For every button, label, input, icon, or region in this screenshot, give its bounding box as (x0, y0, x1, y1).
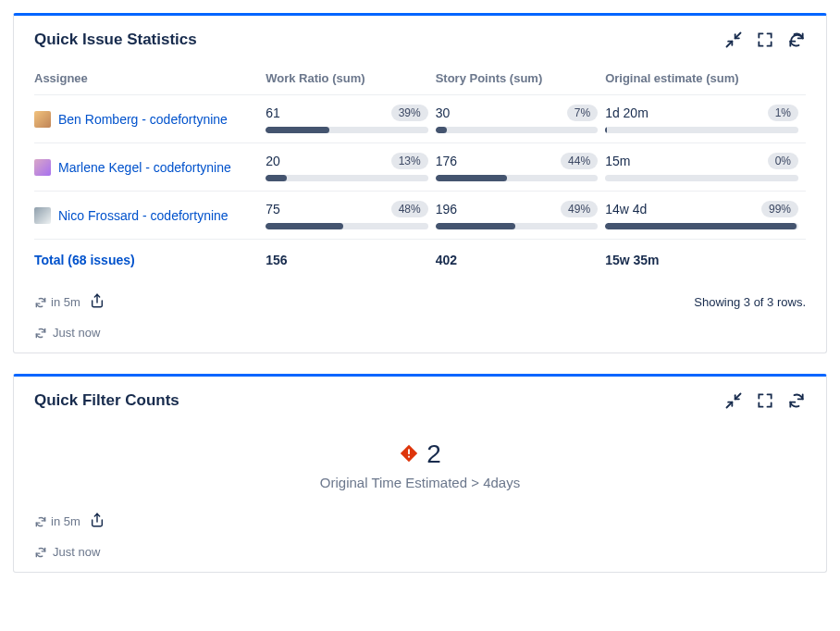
original-estimate-value: 14w 4d (605, 202, 647, 217)
avatar (34, 111, 51, 128)
original-estimate-pct: 1% (768, 105, 798, 121)
filter-count-value: 2 (426, 439, 441, 469)
original-estimate-bar (605, 223, 798, 229)
table-row: Nico Frossard - codefortynine 75 48% 196… (34, 192, 806, 240)
last-refreshed-indicator[interactable]: Just now (34, 545, 806, 559)
story-points-bar (436, 223, 598, 229)
expand-icon[interactable] (756, 391, 774, 410)
total-original-estimate: 15w 35m (605, 240, 806, 278)
svg-rect-1 (408, 449, 410, 454)
work-ratio-bar (266, 127, 427, 133)
auto-refresh-indicator[interactable]: in 5m (34, 514, 80, 528)
col-header-story-points[interactable]: Story Points (sum) (436, 66, 605, 95)
refresh-icon[interactable] (787, 31, 806, 49)
card-title: Quick Issue Statistics (34, 31, 197, 49)
assignee-link[interactable]: Marlene Kegel - codefortynine (58, 160, 231, 175)
assignee-link[interactable]: Nico Frossard - codefortynine (58, 208, 229, 223)
total-row: Total (68 issues) 156 402 15w 35m (34, 240, 806, 278)
refresh-in-label: in 5m (51, 295, 80, 309)
last-refreshed-indicator[interactable]: Just now (34, 326, 806, 340)
original-estimate-pct: 99% (761, 201, 798, 217)
story-points-value: 176 (436, 154, 457, 168)
just-now-label: Just now (53, 326, 100, 340)
card-actions (724, 391, 806, 410)
work-ratio-value: 20 (266, 154, 280, 168)
card-footer: in 5m Showing 3 of 3 rows. (34, 293, 806, 311)
expand-icon[interactable] (756, 31, 774, 49)
table-row: Marlene Kegel - codefortynine 20 13% 176… (34, 143, 806, 192)
story-points-pct: 7% (567, 105, 598, 121)
story-points-value: 30 (436, 105, 451, 120)
original-estimate-value: 15m (605, 154, 630, 168)
filter-body: 2 Original Time Estimated > 4days (34, 427, 806, 496)
col-header-original-estimate[interactable]: Original estimate (sum) (605, 66, 806, 95)
work-ratio-pct: 48% (391, 201, 428, 217)
card-header: Quick Issue Statistics (34, 31, 806, 49)
card-title: Quick Filter Counts (34, 391, 179, 410)
avatar (34, 159, 51, 176)
footer-left: in 5m (34, 293, 105, 311)
filter-label: Original Time Estimated > 4days (34, 475, 806, 490)
work-ratio-bar (266, 223, 427, 229)
collapse-icon[interactable] (724, 31, 743, 49)
export-icon[interactable] (90, 513, 105, 530)
col-header-assignee[interactable]: Assignee (34, 66, 266, 95)
assignee-link[interactable]: Ben Romberg - codefortynine (58, 112, 228, 127)
avatar (34, 207, 51, 224)
quick-issue-statistics-card: Quick Issue Statistics Assignee Work Rat… (13, 13, 827, 353)
refresh-in-label: in 5m (51, 514, 80, 528)
card-footer: in 5m (34, 513, 806, 530)
work-ratio-value: 61 (266, 105, 280, 120)
total-story-points: 402 (436, 240, 605, 278)
total-work-ratio: 156 (266, 240, 435, 278)
story-points-pct: 44% (561, 153, 598, 169)
footer-left: in 5m (34, 513, 105, 530)
svg-rect-2 (408, 455, 410, 457)
export-icon[interactable] (90, 293, 105, 311)
original-estimate-bar (605, 175, 798, 181)
card-header: Quick Filter Counts (34, 391, 806, 410)
original-estimate-pct: 0% (768, 153, 798, 169)
collapse-icon[interactable] (724, 391, 743, 410)
original-estimate-bar (605, 127, 798, 133)
story-points-value: 196 (436, 202, 457, 217)
just-now-label: Just now (53, 545, 100, 559)
story-points-pct: 49% (561, 201, 598, 217)
card-actions (724, 31, 806, 49)
filter-count-row[interactable]: 2 (399, 439, 441, 469)
work-ratio-value: 75 (266, 202, 280, 217)
col-header-work-ratio[interactable]: Work Ratio (sum) (266, 66, 435, 95)
alert-icon (399, 443, 419, 466)
quick-filter-counts-card: Quick Filter Counts 2 Original Time Esti… (13, 374, 827, 573)
refresh-icon[interactable] (787, 391, 806, 410)
table-row: Ben Romberg - codefortynine 61 39% 30 7% (34, 95, 806, 143)
total-label[interactable]: Total (68 issues) (34, 253, 135, 267)
story-points-bar (436, 175, 598, 181)
statistics-table: Assignee Work Ratio (sum) Story Points (… (34, 66, 806, 277)
work-ratio-pct: 39% (391, 105, 428, 121)
work-ratio-bar (266, 175, 427, 181)
work-ratio-pct: 13% (391, 153, 428, 169)
rows-showing-label: Showing 3 of 3 rows. (694, 295, 806, 309)
auto-refresh-indicator[interactable]: in 5m (34, 295, 80, 309)
story-points-bar (436, 127, 598, 133)
original-estimate-value: 1d 20m (605, 105, 649, 120)
